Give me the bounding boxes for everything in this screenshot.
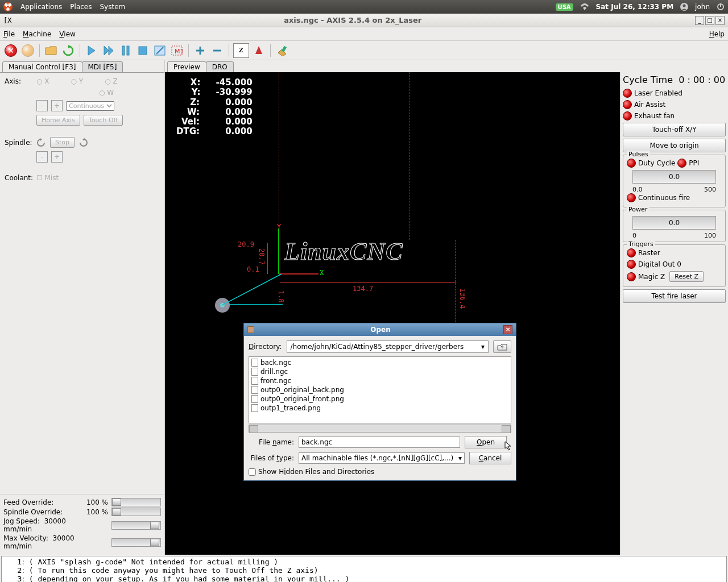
max-velocity-slider[interactable]	[111, 538, 161, 547]
clear-plot-icon[interactable]	[275, 43, 289, 58]
ppi-led	[677, 159, 686, 168]
power-button[interactable]	[20, 43, 35, 58]
open-button[interactable]: Open	[465, 436, 507, 448]
touch-off-xy-button[interactable]: Touch-off X/Y	[623, 123, 726, 136]
ubuntu-logo-icon[interactable]	[3, 2, 13, 11]
gcode-listing[interactable]: 1: ( AXIS "splash g-code" Not intended f…	[1, 556, 727, 582]
keyboard-indicator[interactable]: USA	[556, 3, 573, 11]
up-directory-icon[interactable]	[493, 340, 511, 353]
feed-override-slider[interactable]	[111, 498, 161, 506]
air-assist-led	[623, 100, 632, 109]
preview-logo-text: LinuxCNC	[284, 237, 403, 266]
zoom-out-icon[interactable]	[210, 43, 225, 58]
test-fire-laser-button[interactable]: Test fire laser	[623, 289, 726, 303]
file-list[interactable]: back.ngcdrill.ngcfront.ngcoutp0_original…	[249, 356, 511, 423]
laser-enabled-led	[623, 89, 632, 98]
optional-stop-icon[interactable]: M1	[169, 43, 184, 58]
show-hidden-checkbox[interactable]	[249, 468, 256, 476]
menu-machine[interactable]: Machine	[23, 30, 51, 38]
file-item[interactable]: back.ngc	[250, 358, 510, 367]
cancel-button[interactable]: Cancel	[469, 452, 511, 464]
maximize-button[interactable]: □	[705, 16, 714, 25]
menu-file[interactable]: File	[3, 30, 15, 38]
svg-rect-6	[139, 47, 147, 55]
file-item[interactable]: outp0_original_front.png	[250, 394, 510, 404]
open-icon[interactable]	[44, 43, 59, 58]
menu-system[interactable]: System	[100, 3, 125, 11]
dialog-close-button[interactable]: ×	[503, 325, 512, 334]
filename-input[interactable]	[299, 436, 460, 448]
play-icon[interactable]	[84, 43, 99, 58]
svg-point-1	[683, 5, 686, 7]
axis-z-radio[interactable]: ○ Z	[105, 77, 118, 85]
dim-top: 20.9	[238, 240, 254, 248]
gnome-top-panel: Applications Places System USA Sat Jul 2…	[0, 0, 728, 14]
power-icon[interactable]	[717, 3, 725, 11]
cursor-icon	[504, 441, 512, 451]
dro-readout: X: -45.000 Y: -30.999 Z: 0.000 W: 0.000 …	[176, 78, 253, 137]
spindle-override-slider[interactable]	[111, 508, 161, 516]
y-axis-label: Y	[277, 223, 281, 231]
menu-applications[interactable]: Applications	[20, 3, 62, 11]
tab-preview[interactable]: Preview	[167, 61, 206, 72]
jog-plus-button[interactable]: +	[51, 100, 63, 111]
rotate-view-icon[interactable]	[251, 43, 266, 58]
exhaust-fan-label: Exhaust fan	[634, 112, 675, 120]
home-axis-button[interactable]: Home Axis	[36, 115, 80, 126]
power-value[interactable]: 0.0	[632, 216, 716, 230]
zoom-in-icon[interactable]	[193, 43, 208, 58]
dim-bot: 0.1	[247, 265, 259, 273]
tab-mdi[interactable]: MDI [F5]	[82, 61, 123, 72]
pulses-legend: Pulses	[627, 151, 650, 158]
spindle-stop-button[interactable]: Stop	[50, 137, 75, 148]
laser-panel: Cycle Time 0 : 00 : 00 Laser Enabled Air…	[620, 72, 728, 555]
tab-dro[interactable]: DRO	[206, 61, 234, 72]
jog-mode-select[interactable]: Continuous	[66, 101, 114, 111]
dialog-titlebar[interactable]: Open ×	[244, 323, 516, 336]
jog-minus-button[interactable]: -	[36, 100, 48, 111]
touch-off-button[interactable]: Touch Off	[84, 115, 123, 126]
mist-checkbox[interactable]: ☐ Mist	[36, 174, 59, 182]
file-item[interactable]: drill.ngc	[250, 367, 510, 376]
z-view-icon[interactable]: Z	[233, 43, 249, 58]
estop-button[interactable]: ✕	[3, 43, 18, 58]
reset-z-button[interactable]: Reset Z	[669, 271, 704, 282]
reload-icon[interactable]	[61, 43, 76, 58]
triggers-legend: Triggers	[627, 240, 655, 248]
wifi-icon[interactable]	[580, 3, 589, 11]
spindle-minus-button[interactable]: -	[36, 151, 48, 163]
spindle-cw-icon[interactable]	[78, 138, 88, 147]
preview-canvas[interactable]: X: -45.000 Y: -30.999 Z: 0.000 W: 0.000 …	[165, 72, 620, 555]
file-item[interactable]: outp1_traced.png	[250, 404, 510, 413]
file-item[interactable]: front.ngc	[250, 376, 510, 385]
tab-manual-control[interactable]: Manual Control [F3]	[2, 61, 82, 72]
spindle-override-value: 100 %	[77, 508, 111, 516]
directory-combo[interactable]: /home/john/KiCad/Attiny85_stepper_driver…	[287, 340, 489, 353]
menu-view[interactable]: View	[59, 30, 75, 38]
window-title-text: axis.ngc - AXIS 2.5.4 on 2x_Laser	[11, 16, 694, 24]
skip-icon[interactable]	[152, 43, 167, 58]
menu-help[interactable]: Help	[709, 30, 725, 38]
user-icon[interactable]	[680, 3, 688, 11]
spindle-ccw-icon[interactable]	[36, 138, 47, 147]
minimize-button[interactable]: _	[695, 16, 704, 25]
feed-override-value: 100 %	[77, 498, 111, 506]
axis-label: Axis:	[5, 77, 33, 85]
clock[interactable]: Sat Jul 26, 12:33 PM	[596, 3, 674, 11]
axis-x-radio[interactable]: ○ X	[36, 77, 49, 85]
file-list-scrollbar[interactable]	[249, 425, 511, 433]
username[interactable]: john	[695, 3, 710, 11]
pause-icon[interactable]	[118, 43, 133, 58]
axis-y-radio[interactable]: ○ Y	[71, 77, 84, 85]
jog-speed-slider[interactable]	[111, 521, 161, 530]
menu-places[interactable]: Places	[70, 3, 92, 11]
stop-icon[interactable]	[135, 43, 150, 58]
file-item[interactable]: outp0_original_back.png	[250, 385, 510, 394]
spindle-plus-button[interactable]: +	[51, 151, 63, 163]
filetype-combo[interactable]: All machinable files (*.ngc,*.[nN][gG][c…	[299, 452, 465, 464]
close-button[interactable]: ×	[715, 16, 725, 25]
step-icon[interactable]	[101, 43, 116, 58]
axis-w-radio[interactable]: ○ W	[99, 89, 114, 97]
pulses-value[interactable]: 0.0	[632, 170, 716, 184]
spindle-override-label: Spindle Override:	[3, 508, 77, 516]
